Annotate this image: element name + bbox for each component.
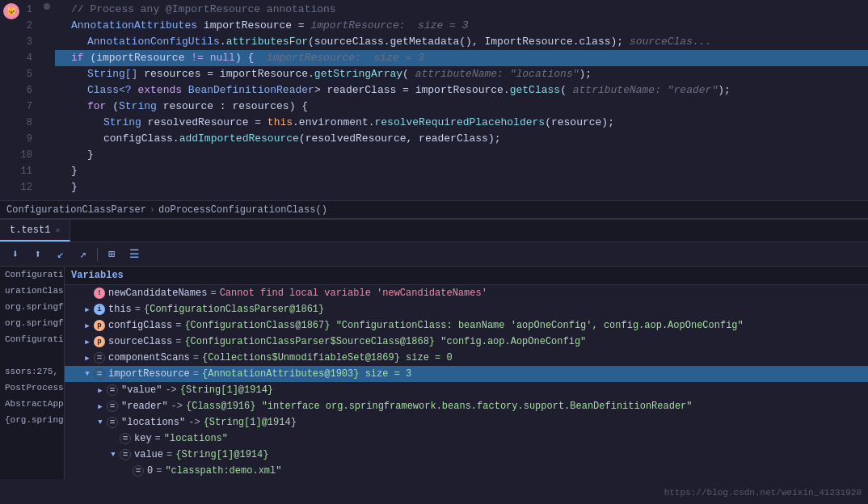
expand-locations-entry[interactable] — [94, 416, 107, 429]
stack-item-9[interactable]: AbstractApp... — [0, 396, 64, 412]
step-into-button[interactable]: ↙ — [52, 246, 70, 263]
var-icon-reader-entry: = — [107, 401, 118, 412]
var-row-locations-value[interactable]: = value = {String[1]@1914} — [65, 447, 868, 463]
var-row-value-entry[interactable]: = "value" -> {String[1]@1914} — [65, 382, 868, 398]
breadcrumb-part2[interactable]: doProcessConfigurationClass() — [158, 204, 327, 216]
stack-item-6[interactable] — [0, 347, 64, 363]
code-line-6: Class<? extends BeanDefinitionReader > r… — [55, 82, 868, 99]
breadcrumb-part1[interactable]: ConfigurationClassParser — [6, 204, 146, 216]
stack-item-4[interactable]: org.springfra... — [0, 315, 64, 331]
code-line-2: AnnotationAttributes importResource = im… — [55, 18, 868, 34]
code-line-4: if (importResource != null ) { importRes… — [55, 50, 868, 66]
var-icon-locations-value-0: = — [133, 465, 144, 477]
var-icon-value-entry: = — [107, 384, 118, 396]
var-icon-this: i — [94, 304, 105, 315]
debug-tab-t-test1[interactable]: t.test1 ✕ — [0, 220, 70, 242]
var-icon-componentScans: = — [94, 352, 105, 363]
expand-configClass[interactable] — [81, 319, 94, 332]
expand-reader-entry[interactable] — [94, 400, 107, 413]
stack-item-1[interactable]: ConfigurationCla... — [0, 267, 64, 283]
var-icon-locations-entry: = — [107, 417, 118, 428]
watermark: https://blog.csdn.net/weixin_41231928 — [664, 488, 862, 498]
expand-componentScans[interactable] — [81, 351, 94, 364]
breadcrumb-sep: › — [150, 204, 155, 216]
expand-newCandidateNames[interactable] — [81, 287, 94, 300]
var-row-newCandidateNames[interactable]: ! newCandidateNames = Cannot find local … — [65, 285, 868, 301]
code-line-12: } — [55, 179, 868, 195]
debug-toolbar: ⬇ ⬆ ↙ ↗ ⊞ ☰ — [0, 242, 868, 267]
toolbar-divider — [97, 248, 98, 261]
stack-item-8[interactable]: PostProcesso... — [0, 380, 64, 396]
var-row-locations-value-0[interactable]: = 0 = "classpath:demo.xml" — [65, 463, 868, 479]
expand-locations-key — [107, 432, 120, 445]
code-line-11: } — [55, 163, 868, 179]
breakpoint-indicator — [44, 3, 50, 10]
debug-panel: t.test1 ✕ ⬇ ⬆ ↙ ↗ ⊞ ☰ ConfigurationCla..… — [0, 218, 868, 479]
code-line-5: String[] resources = importResource. get… — [55, 66, 868, 82]
var-row-sourceClass[interactable]: p sourceClass = {ConfigurationClassParse… — [65, 334, 868, 350]
code-line-1: // Process any @ImportResource annotatio… — [55, 2, 868, 18]
code-line-8: String resolvedResource = this .environm… — [55, 115, 868, 131]
stack-item-10[interactable]: {org.spring... — [0, 412, 64, 428]
grid-view-button[interactable]: ⊞ — [103, 246, 120, 263]
debug-tab-label: t.test1 — [10, 225, 50, 236]
editor-sidebar-icons — [39, 0, 55, 200]
stack-item-5[interactable]: ConfigurationCla... — [0, 331, 64, 347]
step-over-button[interactable]: ⬆ — [29, 246, 47, 263]
var-icon-locations-value: = — [120, 449, 131, 460]
var-icon-importResource: = — [94, 368, 105, 380]
code-line-9: configClass. addImportedResource (resolv… — [55, 131, 868, 147]
resume-button[interactable]: ⬇ — [6, 246, 24, 263]
var-row-configClass[interactable]: p configClass = {ConfigurationClass@1867… — [65, 317, 868, 334]
var-row-this[interactable]: i this = {ConfigurationClassParser@1861} — [65, 301, 868, 317]
call-stack-sidebar: ConfigurationCla... urationClassP... org… — [0, 267, 65, 479]
line-numbers: 12345 678910 1112 — [0, 0, 39, 200]
close-icon[interactable]: ✕ — [55, 225, 60, 235]
code-line-3: AnnotationConfigUtils . attributesFor (s… — [55, 34, 868, 50]
variables-list[interactable]: ! newCandidateNames = Cannot find local … — [65, 285, 868, 479]
code-editor: 12345 678910 1112 // Process any @Import… — [0, 0, 868, 218]
var-icon-configClass: p — [94, 320, 105, 331]
var-row-locations-entry[interactable]: = "locations" -> {String[1]@1914} — [65, 414, 868, 430]
expand-importResource[interactable] — [81, 368, 94, 380]
var-icon-sourceClass: p — [94, 336, 105, 347]
var-row-locations-key[interactable]: = key = "locations" — [65, 430, 868, 447]
breadcrumb: ConfigurationClassParser › doProcessConf… — [0, 200, 868, 218]
var-icon-error: ! — [94, 288, 105, 299]
code-line-7: for ( String resource : resources) { — [55, 99, 868, 115]
list-view-button[interactable]: ☰ — [125, 246, 143, 263]
var-row-componentScans[interactable]: = componentScans = {Collections$Unmodifi… — [65, 350, 868, 366]
variables-panel: Variables ! newCandidateNames = Cannot f… — [65, 267, 868, 479]
expand-this[interactable] — [81, 303, 94, 316]
var-icon-locations-key: = — [120, 433, 131, 444]
expand-value-entry[interactable] — [94, 384, 107, 397]
expand-locations-value[interactable] — [107, 448, 120, 461]
variables-area: ConfigurationCla... urationClassP... org… — [0, 267, 868, 479]
stack-item-7[interactable]: ssors:275, P... — [0, 363, 64, 380]
step-out-button[interactable]: ↗ — [74, 246, 92, 263]
comment-text: // Process any @ImportResource annotatio… — [71, 2, 336, 18]
debug-tabs-bar: t.test1 ✕ — [0, 220, 868, 242]
stack-item-2[interactable]: urationClassP... — [0, 283, 64, 299]
var-row-reader-entry[interactable]: = "reader" -> {Class@1916} "interface or… — [65, 398, 868, 414]
expand-sourceClass[interactable] — [81, 335, 94, 348]
code-content: // Process any @ImportResource annotatio… — [55, 0, 868, 200]
variables-header: Variables — [65, 267, 868, 285]
expand-locations-value-0 — [120, 464, 133, 477]
app-logo: 🐱 — [3, 3, 19, 19]
code-line-10: } — [55, 147, 868, 163]
var-row-importResource[interactable]: = importResource = {AnnotationAttributes… — [65, 366, 868, 382]
stack-item-3[interactable]: org.springfra... — [0, 299, 64, 315]
